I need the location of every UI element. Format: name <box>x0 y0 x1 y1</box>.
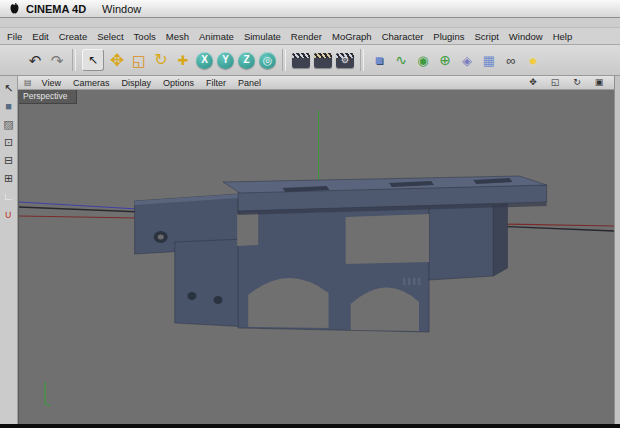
subdivision-surface-icon[interactable]: ◉ <box>412 48 434 72</box>
window-titlebar <box>0 18 620 28</box>
bottom-edge <box>0 424 620 428</box>
toolbar-separator <box>72 49 76 71</box>
viewport-menus: ViewCamerasDisplayOptionsFilterPanel <box>36 78 267 88</box>
macos-menus: Window <box>102 3 157 15</box>
menu-plugins[interactable]: Plugins <box>428 31 469 42</box>
menu-character[interactable]: Character <box>377 31 429 42</box>
menu-animate[interactable]: Animate <box>194 31 239 42</box>
last-tool-icon[interactable]: ✚ <box>172 48 194 72</box>
viewport-camera-label[interactable]: Perspective <box>19 90 77 104</box>
texture-mode-icon[interactable]: ▨ <box>1 116 17 132</box>
viewport[interactable]: Perspective <box>18 90 614 424</box>
render-settings-icon[interactable]: ⚙ <box>336 53 354 68</box>
model-right-cap <box>493 203 507 276</box>
undo-icon[interactable]: ↶ <box>24 48 46 72</box>
apple-logo-icon[interactable] <box>9 2 20 15</box>
edges-mode-icon[interactable]: ⊟ <box>1 152 17 168</box>
move-tool-icon[interactable]: ✥ <box>106 48 128 72</box>
render-view-icon[interactable] <box>292 53 310 68</box>
menu-create[interactable]: Create <box>54 31 93 42</box>
toolbar-separator <box>360 49 364 71</box>
menu-tools[interactable]: Tools <box>129 31 161 42</box>
polygons-mode-icon[interactable]: ⊞ <box>1 170 17 186</box>
viewport-menubar: ▤ ViewCamerasDisplayOptionsFilterPanel ✥… <box>18 76 614 90</box>
rotate-tool-icon[interactable]: ↻ <box>150 48 172 72</box>
menu-edit[interactable]: Edit <box>27 31 53 42</box>
viewport-menu-options[interactable]: Options <box>157 78 200 88</box>
app-menubar: FileEditCreateSelectToolsMeshAnimateSimu… <box>0 28 620 45</box>
menu-help[interactable]: Help <box>548 31 578 42</box>
snap-magnet-icon[interactable]: ∪ <box>1 206 17 222</box>
viewport-panel: ▤ ViewCamerasDisplayOptionsFilterPanel ✥… <box>18 76 614 424</box>
viewport-menu-filter[interactable]: Filter <box>200 78 232 88</box>
menu-mograph[interactable]: MoGraph <box>327 31 377 42</box>
deformer-icon[interactable]: ◈ <box>456 48 478 72</box>
floor-object-icon[interactable]: ▦ <box>478 48 500 72</box>
macos-app-name[interactable]: CINEMA 4D <box>26 3 86 15</box>
menu-file[interactable]: File <box>2 31 27 42</box>
pointer-tool-icon[interactable]: ↖ <box>1 80 17 96</box>
model-right-block[interactable] <box>429 202 493 280</box>
menu-mesh[interactable]: Mesh <box>161 31 194 42</box>
menu-script[interactable]: Script <box>470 31 504 42</box>
viewport-menu-display[interactable]: Display <box>115 78 157 88</box>
window-right-edge <box>614 76 620 424</box>
menu-simulate[interactable]: Simulate <box>239 31 286 42</box>
left-toolbar: ↖■▨⊡⊟⊞∟∪ <box>0 76 18 424</box>
modeling-generator-icon[interactable]: ⊕ <box>434 48 456 72</box>
spline-pen-icon[interactable]: ∿ <box>390 48 412 72</box>
x-axis-lock-icon[interactable]: X <box>196 52 213 69</box>
macmenu-window[interactable]: Window <box>102 3 141 15</box>
macos-menubar: CINEMA 4D Window <box>0 0 620 18</box>
y-axis-lock-icon[interactable]: Y <box>217 52 234 69</box>
menu-render[interactable]: Render <box>286 31 327 42</box>
light-object-icon[interactable]: ● <box>522 48 544 72</box>
axis-gizmo <box>45 382 50 406</box>
menu-window[interactable]: Window <box>504 31 548 42</box>
model-leg-hole-1 <box>187 292 196 300</box>
redo-icon[interactable]: ↷ <box>46 48 68 72</box>
points-mode-icon[interactable]: ⊡ <box>1 134 17 150</box>
viewport-menu-view[interactable]: View <box>36 78 67 88</box>
sky-object-icon[interactable]: ∞ <box>500 48 522 72</box>
main-area: ↖■▨⊡⊟⊞∟∪ ▤ ViewCamerasDisplayOptionsFilt… <box>0 76 620 424</box>
model-3d-object[interactable] <box>135 176 547 332</box>
workplane-icon[interactable]: ∟ <box>1 188 17 204</box>
scale-tool-icon[interactable]: ◱ <box>128 48 150 72</box>
model-arm-hole-inner <box>158 235 164 240</box>
viewport-menu-grid-icon[interactable]: ▤ <box>24 78 32 87</box>
z-axis-lock-icon[interactable]: Z <box>238 52 255 69</box>
render-picture-viewer-icon[interactable] <box>314 53 332 68</box>
viewport-menu-cameras[interactable]: Cameras <box>67 78 116 88</box>
toolbar-separator <box>282 49 286 71</box>
add-primitive-cube-icon[interactable]: ■ <box>368 48 390 72</box>
coordinate-system-icon[interactable]: ◎ <box>259 52 276 69</box>
menu-select[interactable]: Select <box>92 31 128 42</box>
viewport-menu-panel[interactable]: Panel <box>232 78 267 88</box>
model-mode-icon[interactable]: ■ <box>1 98 17 114</box>
viewport-canvas[interactable] <box>19 90 614 424</box>
live-selection-tool-icon[interactable]: ↖ <box>82 49 104 71</box>
screen: { "macos_menubar": { "app_name": "CINEMA… <box>0 0 620 428</box>
model-leg-hole-2 <box>213 296 222 304</box>
